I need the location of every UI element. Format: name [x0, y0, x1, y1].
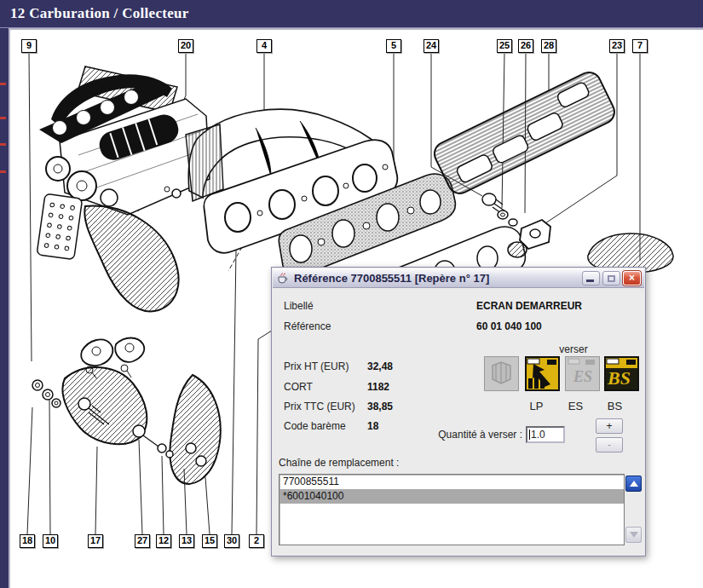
- scroll-up-button[interactable]: [625, 476, 642, 492]
- lp-arrow-icon: [527, 358, 558, 389]
- java-cup-icon: [276, 271, 290, 285]
- cort-label: CORT: [284, 381, 313, 393]
- chain-label: Chaîne de remplacement :: [279, 457, 399, 469]
- callout-box-15[interactable]: 15: [202, 534, 217, 548]
- lp-label: LP: [519, 400, 554, 412]
- quantity-decrement-button[interactable]: -: [596, 437, 623, 453]
- red-tick: [0, 170, 6, 173]
- svg-text:BS: BS: [607, 367, 631, 389]
- es-icon: ES: [567, 357, 598, 389]
- cort-value: 1182: [367, 381, 389, 393]
- prix-ht-value: 32,48: [367, 360, 393, 372]
- callout-box-26[interactable]: 26: [518, 39, 533, 53]
- verser-catalog-button: [484, 356, 519, 391]
- minimize-button[interactable]: [582, 271, 600, 285]
- callout-box-28[interactable]: 28: [541, 39, 556, 53]
- code-bareme-label: Code barème: [284, 420, 346, 432]
- dialog-title: Référence 7700855511 [Repère n° 17]: [294, 272, 489, 285]
- reference-value: 60 01 040 100: [476, 320, 542, 332]
- libelle-label: Libellé: [284, 300, 314, 312]
- scroll-up-icon: [630, 481, 638, 487]
- code-bareme-value: 18: [367, 420, 378, 432]
- callout-box-10[interactable]: 10: [43, 534, 58, 548]
- bs-icon: BS: [606, 358, 637, 389]
- chain-list-item[interactable]: *6001040100: [279, 489, 624, 504]
- callout-box-27[interactable]: 27: [135, 534, 150, 548]
- red-tick: [0, 143, 6, 146]
- callout-box-17[interactable]: 17: [88, 534, 103, 548]
- callout-box-4[interactable]: 4: [256, 39, 272, 53]
- callout-box-25[interactable]: 25: [497, 39, 512, 53]
- reference-dialog: Référence 7700855511 [Repère n° 17] × Li…: [271, 267, 646, 556]
- callout-box-23[interactable]: 23: [609, 39, 625, 53]
- callout-box-2[interactable]: 2: [249, 534, 264, 548]
- red-tick: [0, 117, 6, 119]
- minimize-icon: [586, 280, 594, 282]
- callout-box-13[interactable]: 13: [179, 534, 194, 548]
- page-title: 12 Carburation / Collecteur: [10, 5, 189, 22]
- prix-ttc-label: Prix TTC (EUR): [284, 401, 355, 412]
- callout-box-30[interactable]: 30: [224, 534, 239, 548]
- dialog-titlebar[interactable]: Référence 7700855511 [Repère n° 17] ×: [273, 268, 644, 288]
- verser-lp-button[interactable]: [525, 356, 560, 391]
- callout-box-12[interactable]: 12: [156, 534, 171, 548]
- app-header: 12 Carburation / Collecteur: [0, 0, 703, 28]
- text-caret: [529, 429, 530, 440]
- callout-box-9[interactable]: 9: [21, 39, 37, 53]
- reference-label: Référence: [284, 320, 331, 332]
- callout-box-18[interactable]: 18: [20, 534, 35, 548]
- quantity-increment-button[interactable]: +: [596, 418, 623, 434]
- callout-box-20[interactable]: 20: [178, 39, 193, 53]
- libelle-value: ECRAN DEMARREUR: [476, 300, 582, 312]
- maximize-icon: [608, 275, 615, 282]
- maximize-button[interactable]: [602, 271, 620, 285]
- svg-text:ES: ES: [573, 368, 592, 385]
- red-tick: [0, 83, 6, 85]
- catalog-box-icon: [486, 357, 517, 389]
- callout-box-7[interactable]: 7: [632, 39, 648, 53]
- quantity-input[interactable]: 1.0: [526, 426, 565, 443]
- close-button[interactable]: ×: [623, 271, 641, 285]
- chain-list-item[interactable]: 7700855511: [279, 475, 624, 489]
- es-label: ES: [558, 400, 593, 412]
- callout-box-24[interactable]: 24: [424, 39, 439, 53]
- prix-ttc-value: 38,85: [367, 401, 393, 412]
- dialog-body: Libellé ECRAN DEMARREUR Référence 60 01 …: [274, 288, 643, 554]
- bs-label: BS: [597, 400, 632, 412]
- chain-list[interactable]: 7700855511*6001040100: [279, 474, 625, 545]
- callout-box-5[interactable]: 5: [386, 39, 401, 53]
- quantity-label: Quantité à verser :: [408, 429, 522, 441]
- verser-es-button: ES: [565, 356, 600, 391]
- close-icon: ×: [629, 272, 635, 284]
- prix-ht-label: Prix HT (EUR): [284, 360, 349, 372]
- scroll-down-icon: [630, 532, 638, 538]
- scroll-down-button[interactable]: [625, 527, 642, 543]
- verser-bs-button[interactable]: BS: [604, 356, 639, 391]
- verser-label: verser: [548, 343, 599, 355]
